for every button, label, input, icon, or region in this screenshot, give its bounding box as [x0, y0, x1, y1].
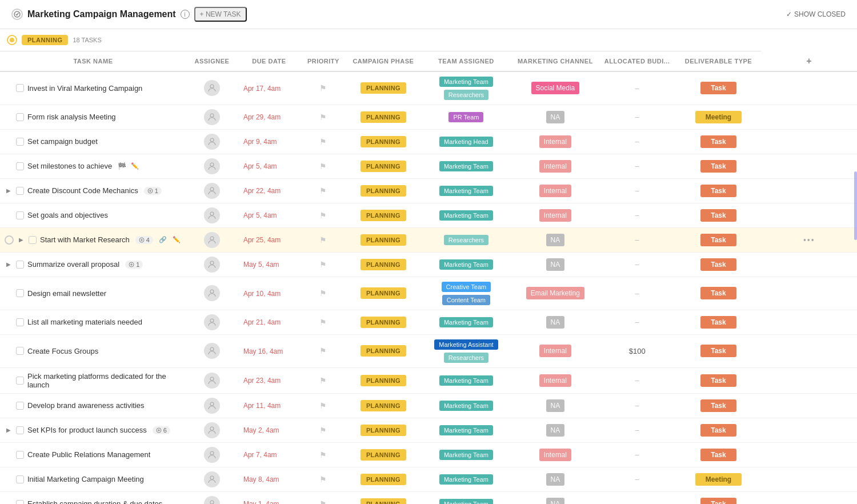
assignee-cell[interactable]: [186, 154, 238, 178]
avatar[interactable]: [204, 232, 220, 248]
avatar[interactable]: [204, 447, 220, 463]
assignee-cell[interactable]: [186, 203, 238, 227]
priority-flag[interactable]: ⚑: [306, 260, 341, 269]
budget-cell: –: [599, 105, 676, 129]
info-icon[interactable]: i: [181, 10, 190, 19]
row-menu-button[interactable]: •••: [803, 235, 815, 245]
priority-cell[interactable]: ⚑: [301, 467, 346, 491]
task-checkbox[interactable]: [16, 475, 24, 483]
assignee-cell[interactable]: [186, 71, 238, 105]
priority-cell[interactable]: ⚑: [301, 71, 346, 105]
task-checkbox[interactable]: [16, 289, 24, 297]
expand-icon[interactable]: ▶: [5, 187, 13, 195]
avatar[interactable]: [204, 80, 220, 96]
deliverable-badge: Task: [700, 258, 736, 271]
assignee-cell[interactable]: [186, 227, 238, 252]
task-checkbox[interactable]: [16, 451, 24, 459]
task-checkbox[interactable]: [29, 236, 37, 244]
assignee-cell[interactable]: [186, 105, 238, 129]
task-checkbox[interactable]: [16, 426, 24, 434]
avatar[interactable]: [204, 183, 220, 199]
assignee-cell[interactable]: [186, 310, 238, 334]
table-row: ▶Start with Market Research 4🔗✏️ Apr 25,…: [0, 227, 857, 252]
priority-flag[interactable]: ⚑: [306, 318, 341, 327]
priority-cell[interactable]: ⚑: [301, 227, 346, 252]
priority-flag[interactable]: ⚑: [306, 289, 341, 298]
assignee-cell[interactable]: [186, 418, 238, 442]
priority-flag[interactable]: ⚑: [306, 499, 341, 505]
task-checkbox[interactable]: [16, 138, 24, 146]
avatar[interactable]: [204, 422, 220, 438]
assignee-cell[interactable]: [186, 367, 238, 393]
priority-flag[interactable]: ⚑: [306, 376, 341, 385]
priority-cell[interactable]: ⚑: [301, 334, 346, 367]
priority-cell[interactable]: ⚑: [301, 105, 346, 129]
priority-flag[interactable]: ⚑: [306, 137, 341, 146]
priority-flag[interactable]: ⚑: [306, 186, 341, 195]
task-checkbox[interactable]: [16, 318, 24, 326]
avatar[interactable]: [204, 207, 220, 223]
assignee-cell[interactable]: [186, 467, 238, 491]
priority-cell[interactable]: ⚑: [301, 310, 346, 334]
col-header-plus[interactable]: +: [761, 51, 857, 71]
priority-flag[interactable]: ⚑: [306, 162, 341, 171]
expand-icon[interactable]: ▶: [5, 426, 13, 434]
priority-flag[interactable]: ⚑: [306, 113, 341, 122]
task-checkbox[interactable]: [16, 402, 24, 410]
task-checkbox[interactable]: [16, 162, 24, 170]
task-checkbox[interactable]: [16, 261, 24, 269]
show-closed-button[interactable]: ✓ SHOW CLOSED: [786, 10, 846, 18]
assignee-cell[interactable]: [186, 178, 238, 203]
avatar[interactable]: [204, 373, 220, 389]
svg-point-18: [210, 427, 214, 430]
assignee-cell[interactable]: [186, 442, 238, 467]
task-checkbox[interactable]: [16, 347, 24, 355]
task-checkbox[interactable]: [16, 500, 24, 505]
priority-flag[interactable]: ⚑: [306, 235, 341, 245]
assignee-cell[interactable]: [186, 252, 238, 277]
priority-cell[interactable]: ⚑: [301, 178, 346, 203]
actions-cell: [761, 71, 857, 105]
priority-cell[interactable]: ⚑: [301, 252, 346, 277]
priority-cell[interactable]: ⚑: [301, 129, 346, 154]
new-task-button[interactable]: + NEW TASK: [194, 7, 247, 22]
avatar[interactable]: [204, 109, 220, 125]
priority-cell[interactable]: ⚑: [301, 442, 346, 467]
priority-flag[interactable]: ⚑: [306, 346, 341, 355]
avatar[interactable]: [204, 496, 220, 505]
assignee-cell[interactable]: [186, 491, 238, 504]
priority-cell[interactable]: ⚑: [301, 154, 346, 178]
expand-icon[interactable]: ▶: [17, 236, 25, 244]
priority-cell[interactable]: ⚑: [301, 277, 346, 310]
expand-icon[interactable]: ▶: [5, 261, 13, 269]
avatar[interactable]: [204, 471, 220, 487]
priority-flag[interactable]: ⚑: [306, 426, 341, 435]
assignee-cell[interactable]: [186, 334, 238, 367]
avatar[interactable]: [204, 314, 220, 330]
priority-flag[interactable]: ⚑: [306, 83, 341, 93]
priority-flag[interactable]: ⚑: [306, 211, 341, 220]
avatar[interactable]: [204, 134, 220, 150]
assignee-cell[interactable]: [186, 277, 238, 310]
task-checkbox[interactable]: [16, 187, 24, 195]
priority-cell[interactable]: ⚑: [301, 203, 346, 227]
avatar[interactable]: [204, 257, 220, 273]
task-checkbox[interactable]: [16, 84, 24, 92]
priority-flag[interactable]: ⚑: [306, 401, 341, 410]
assignee-cell[interactable]: [186, 393, 238, 418]
priority-cell[interactable]: ⚑: [301, 491, 346, 504]
priority-cell[interactable]: ⚑: [301, 418, 346, 442]
priority-cell[interactable]: ⚑: [301, 367, 346, 393]
task-checkbox[interactable]: [16, 377, 24, 385]
priority-flag[interactable]: ⚑: [306, 475, 341, 484]
avatar[interactable]: [204, 158, 220, 174]
task-checkbox[interactable]: [16, 211, 24, 219]
avatar[interactable]: [204, 398, 220, 414]
assignee-cell[interactable]: [186, 129, 238, 154]
priority-flag[interactable]: ⚑: [306, 450, 341, 459]
team-badge: Marketing Team: [439, 375, 493, 386]
avatar[interactable]: [204, 285, 220, 301]
priority-cell[interactable]: ⚑: [301, 393, 346, 418]
avatar[interactable]: [204, 343, 220, 359]
task-checkbox[interactable]: [16, 113, 24, 121]
